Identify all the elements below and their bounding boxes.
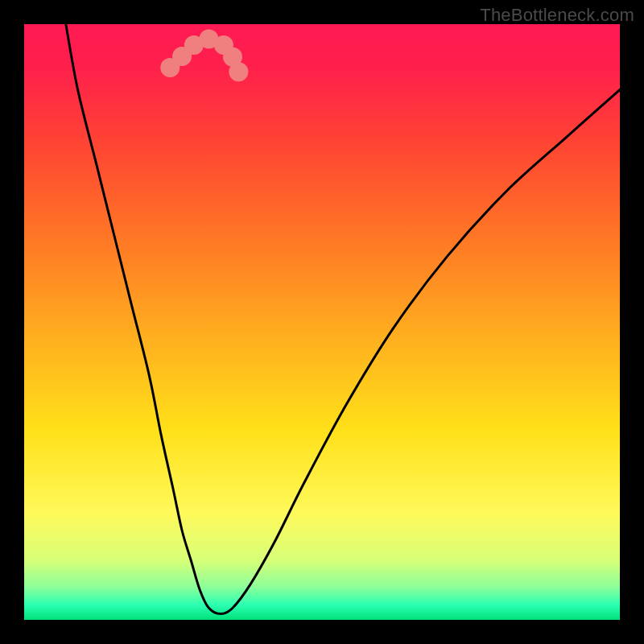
marker-dot — [229, 62, 248, 81]
bottleneck-curve — [66, 24, 620, 614]
plot-area — [24, 24, 620, 620]
highlight-markers — [160, 30, 248, 82]
watermark-text: TheBottleneck.com — [480, 5, 634, 26]
chart-frame: TheBottleneck.com — [0, 0, 644, 644]
curve-layer — [24, 24, 620, 620]
